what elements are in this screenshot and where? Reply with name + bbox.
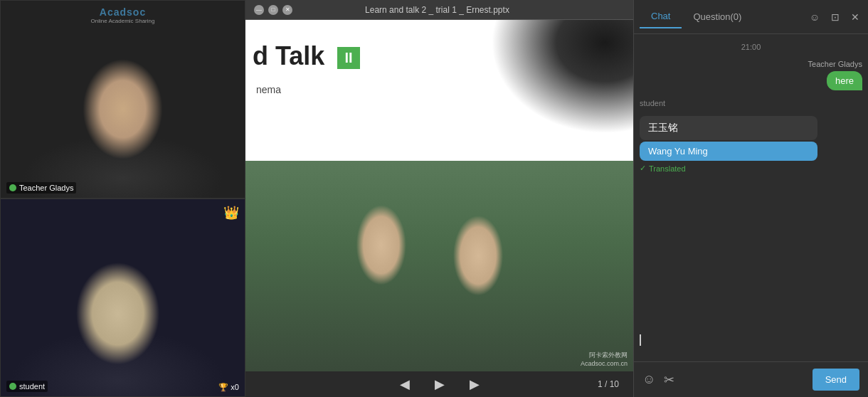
- emoji-footer-button[interactable]: ☺: [642, 372, 655, 388]
- emoji-header-icon[interactable]: ☺: [807, 10, 822, 24]
- minimize-button[interactable]: —: [254, 5, 264, 15]
- slide-controls-inner: ◀ ▶ ▶ 1 / 10: [245, 374, 633, 395]
- text-cursor: [640, 334, 641, 346]
- next-slide-button[interactable]: ▶: [464, 374, 485, 395]
- maximize-button[interactable]: □: [268, 5, 278, 15]
- left-video-panel: Acadsoc Online Academic Sharing Teacher …: [0, 0, 245, 397]
- student-translated-message: Wang Yu Ming: [640, 142, 817, 161]
- teacher-message-bubble: here: [827, 71, 862, 90]
- student-label: student: [6, 381, 48, 392]
- student-video-content: [1, 199, 245, 396]
- slide-badge: II: [337, 47, 359, 69]
- slide-area: d Talk II nema 阿卡索外教网 Acadsoc.com.cn: [245, 20, 633, 371]
- play-button[interactable]: ▶: [430, 374, 450, 394]
- acadsoc-logo-overlay: Acadsoc Online Academic Sharing: [91, 6, 155, 24]
- slide-background: d Talk II nema 阿卡索外教网 Acadsoc.com.cn: [245, 20, 633, 371]
- slide-photo: 阿卡索外教网 Acadsoc.com.cn: [245, 161, 633, 371]
- student-name-label: student: [19, 382, 45, 391]
- scissors-footer-button[interactable]: ✂: [664, 372, 674, 388]
- chat-input-area[interactable]: [634, 319, 868, 361]
- send-button[interactable]: Send: [813, 369, 859, 391]
- chat-messages: 21:00 Teacher Gladys here student 王玉铭 Wa…: [634, 34, 868, 319]
- teacher-video-content: [1, 1, 245, 198]
- close-chat-icon[interactable]: ✕: [848, 10, 862, 24]
- page-indicator: 1 / 10: [598, 379, 619, 389]
- acadsoc-logo-text: Acadsoc: [91, 6, 155, 18]
- presentation-panel: — □ ✕ Learn and talk 2 _ trial 1 _ Ernes…: [245, 0, 633, 397]
- teacher-name-label: Teacher Gladys: [19, 184, 73, 192]
- acadsoc-sub-text: Online Academic Sharing: [91, 18, 155, 24]
- close-button[interactable]: ✕: [282, 5, 292, 15]
- translated-label: ✓ Translated: [640, 164, 862, 173]
- chat-header: Chat Question(0) ☺ ⊡ ✕: [634, 0, 868, 34]
- student-section-label: student: [640, 96, 862, 110]
- presentation-titlebar: — □ ✕ Learn and talk 2 _ trial 1 _ Ernes…: [245, 0, 633, 20]
- slide-ink-splash: [491, 20, 633, 134]
- slide-subtitle: nema: [256, 84, 281, 95]
- student-status-icon: [9, 383, 16, 390]
- translated-text: Translated: [649, 164, 686, 173]
- student-video-feed: 👑 student 🏆 x0: [0, 198, 245, 397]
- footer-icons: ☺ ✂: [642, 372, 674, 388]
- window-controls: — □ ✕: [254, 5, 292, 15]
- chat-tab[interactable]: Chat: [640, 5, 682, 28]
- teacher-message-block: Teacher Gladys here: [640, 60, 862, 90]
- watermark-line1: 阿卡索外教网: [581, 351, 628, 360]
- watermark-line2: Acadsoc.com.cn: [581, 360, 628, 367]
- teacher-label: Teacher Gladys: [6, 182, 76, 194]
- slide-controls: ◀ ▶ ▶ 1 / 10: [245, 371, 633, 397]
- teacher-status-icon: [9, 184, 16, 191]
- prev-slide-button[interactable]: ◀: [394, 374, 416, 395]
- score-text: 🏆 x0: [218, 383, 239, 392]
- slide-photo-people: [245, 161, 633, 371]
- chat-header-icons: ☺ ⊡ ✕: [807, 10, 862, 24]
- checkmark-icon: ✓: [640, 164, 646, 173]
- slide-title: d Talk II: [253, 41, 360, 71]
- message-timestamp: 21:00: [640, 43, 862, 51]
- score-badge: 🏆 x0: [218, 383, 239, 392]
- resize-header-icon[interactable]: ⊡: [828, 10, 842, 24]
- chat-footer: ☺ ✂ Send: [634, 361, 868, 397]
- crown-icon: 👑: [223, 205, 239, 221]
- teacher-video-feed: Acadsoc Online Academic Sharing Teacher …: [0, 0, 245, 198]
- chat-panel: Chat Question(0) ☺ ⊡ ✕ 21:00 Teacher Gla…: [633, 0, 868, 397]
- presentation-title: Learn and talk 2 _ trial 1 _ Ernest.pptx: [292, 5, 582, 15]
- student-original-message: 王玉铭: [640, 116, 817, 140]
- slide-watermark: 阿卡索外教网 Acadsoc.com.cn: [581, 351, 628, 367]
- question-tab[interactable]: Question(0): [682, 6, 753, 28]
- student-message-block: 王玉铭 Wang Yu Ming ✓ Translated: [640, 116, 862, 173]
- presentation-content: d Talk II nema 阿卡索外教网 Acadsoc.com.cn ◀ ▶…: [245, 20, 633, 397]
- slide-title-text: d Talk: [253, 41, 324, 70]
- teacher-sender-label: Teacher Gladys: [808, 60, 862, 68]
